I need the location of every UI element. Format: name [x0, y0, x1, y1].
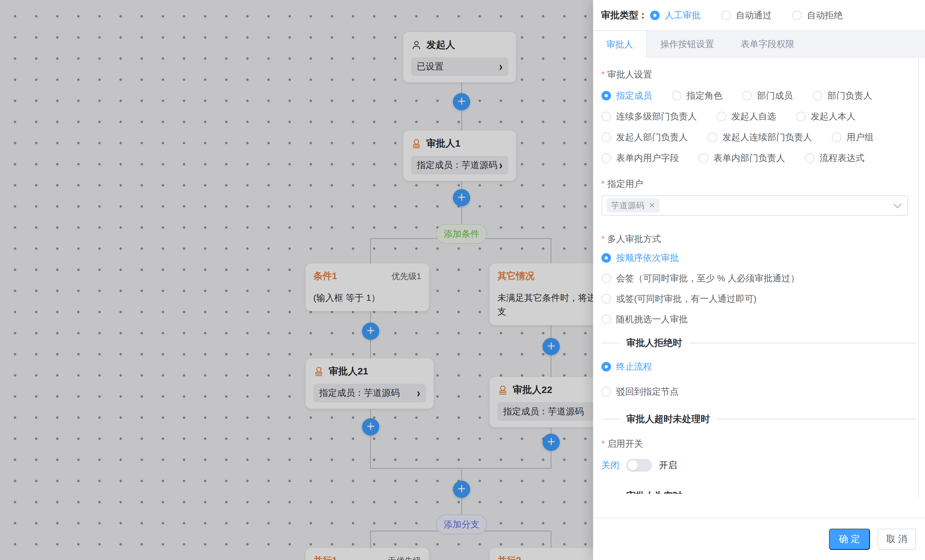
tab-button-settings[interactable]: 操作按钮设置 [647, 31, 728, 57]
radio-form-dept-leader[interactable]: 表单内部门负责人 [699, 152, 785, 164]
radio-icon [832, 132, 841, 142]
radio-icon [813, 91, 822, 101]
approval-type-label: 审批类型： [601, 9, 648, 22]
radio-icon [601, 112, 611, 121]
radio-icon [650, 11, 660, 20]
workflow-designer-screen: 发起人 已设置 › + 审批人1 指定成员：芋道源码 [0, 0, 925, 560]
radio-icon [708, 132, 717, 142]
multi-mode-label: * 多人审批方式 [601, 233, 917, 245]
radio-auto-approve[interactable]: 自动通过 [721, 9, 772, 21]
required-asterisk: * [601, 68, 605, 80]
radio-sequential-approve[interactable]: 按顺序依次审批 [601, 248, 917, 268]
radio-icon [742, 91, 752, 101]
approval-type-row: 审批类型： 人工审批 自动通过 自动拒绝 [593, 0, 925, 30]
radio-icon [601, 153, 611, 163]
approver-setting-label: * 审批人设置 [601, 68, 917, 81]
empty-section-divider: 审批人为空时 [601, 489, 917, 494]
radio-icon [601, 91, 611, 101]
radio-icon [601, 315, 611, 324]
user-tag: 芋道源码 ✕ [607, 199, 660, 212]
radio-user-group[interactable]: 用户组 [832, 131, 874, 143]
cancel-button[interactable]: 取 消 [878, 528, 916, 550]
radio-icon [721, 11, 731, 20]
radio-icon [601, 362, 611, 372]
radio-icon [717, 112, 726, 121]
radio-icon [601, 132, 611, 142]
enable-switch-label: * 启用开关 [601, 438, 917, 450]
radio-return-to-node[interactable]: 驳回到指定节点 [601, 381, 917, 402]
tag-close-icon[interactable]: ✕ [649, 201, 655, 210]
switch-knob [628, 460, 638, 470]
timeout-enable-switch[interactable] [627, 459, 652, 472]
required-asterisk: * [601, 233, 605, 244]
radio-starter-self[interactable]: 发起人本人 [796, 110, 856, 123]
radio-assign-role[interactable]: 指定角色 [672, 90, 722, 102]
radio-terminate-flow[interactable]: 终止流程 [601, 357, 917, 377]
tab-approver[interactable]: 审批人 [593, 31, 647, 57]
reject-section-divider: 审批人拒绝时 [601, 337, 917, 349]
radio-auto-reject[interactable]: 自动拒绝 [792, 9, 843, 21]
radio-icon [601, 387, 611, 396]
radio-starter-select[interactable]: 发起人自选 [717, 110, 776, 123]
radio-countersign[interactable]: 会签（可同时审批，至少 % 人必须审批通过） [601, 268, 917, 289]
radio-flow-expression[interactable]: 流程表达式 [805, 152, 865, 164]
radio-icon [601, 274, 611, 283]
radio-icon [792, 11, 802, 20]
radio-random-one[interactable]: 随机挑选一人审批 [601, 309, 917, 330]
radio-icon [805, 153, 815, 163]
approver-form: * 审批人设置 指定成员 指定角色 部门成员 部门负责人 [593, 57, 925, 518]
radio-dept-leader[interactable]: 部门负责人 [813, 90, 872, 102]
approver-settings-drawer: 审批类型： 人工审批 自动通过 自动拒绝 审批人 操作按钮设置 表单字段权限 [593, 0, 925, 560]
radio-orsign[interactable]: 或签(可同时审批，有一人通过即可) [601, 289, 917, 309]
timeout-switch-row: 关闭 开启 [601, 459, 917, 472]
radio-manual-approve[interactable]: 人工审批 [650, 9, 701, 21]
modal-overlay[interactable] [0, 0, 593, 560]
radio-icon [601, 253, 611, 263]
timeout-section-divider: 审批人超时未处理时 [601, 413, 917, 426]
chevron-down-icon [893, 200, 901, 208]
radio-form-user-field[interactable]: 表单内用户字段 [601, 152, 679, 164]
panel-edge-line [918, 57, 919, 498]
radio-dept-member[interactable]: 部门成员 [742, 90, 793, 102]
tab-form-field-permission[interactable]: 表单字段权限 [728, 31, 807, 57]
settings-tabs: 审批人 操作按钮设置 表单字段权限 [593, 30, 925, 57]
radio-icon [699, 153, 708, 163]
flow-canvas: 发起人 已设置 › + 审批人1 指定成员：芋道源码 [0, 0, 593, 560]
assign-user-select[interactable]: 芋道源码 ✕ [601, 195, 908, 216]
required-asterisk: * [601, 178, 605, 190]
clipped-section: 审批人为空时 [601, 489, 917, 494]
radio-starter-multi-dept-leader[interactable]: 发起人连续部门负责人 [708, 131, 812, 143]
radio-multi-level-dept-leader[interactable]: 连续多级部门负责人 [601, 110, 697, 123]
radio-icon [601, 294, 611, 304]
switch-off-label: 关闭 [601, 459, 619, 471]
confirm-button[interactable]: 确 定 [829, 528, 870, 550]
radio-icon [672, 91, 681, 101]
required-asterisk: * [601, 438, 605, 449]
radio-icon [796, 112, 806, 121]
switch-on-label: 开启 [659, 459, 677, 471]
radio-assign-member[interactable]: 指定成员 [601, 90, 652, 102]
drawer-footer: 确 定 取 消 [593, 518, 925, 560]
assign-user-label: * 指定用户 [601, 178, 917, 190]
radio-starter-dept-leader[interactable]: 发起人部门负责人 [601, 131, 688, 143]
